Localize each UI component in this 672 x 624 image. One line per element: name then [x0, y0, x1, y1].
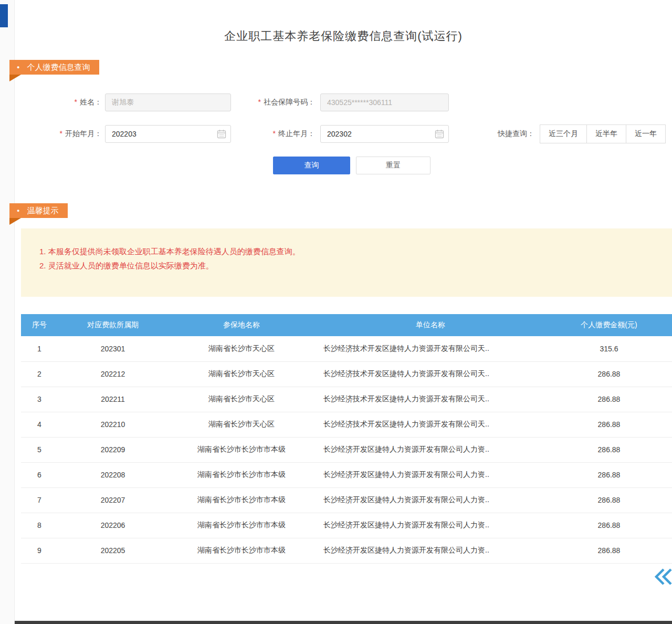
cell-company: 长沙经济开发区捷特人力资源开发有限公司人力资..: [315, 513, 546, 538]
ribbon-fold: [9, 75, 21, 81]
brand-corner-bar: [0, 4, 8, 27]
required-asterisk: *: [75, 98, 77, 106]
cell-region: 湖南省长沙市天心区: [168, 412, 315, 437]
cell-period: 202211: [58, 387, 168, 412]
name-input-wrap: [105, 93, 231, 111]
ssn-label: *社会保障号码：: [231, 98, 315, 107]
cell-company: 长沙经济技术开发区捷特人力资源开发有限公司天..: [315, 387, 546, 412]
start-month-label: *开始年月：: [15, 129, 102, 139]
cell-amount: 286.88: [546, 513, 672, 538]
form-row-period: *开始年月： *终止年月：: [15, 125, 672, 143]
payment-table: 序号 对应费款所属期 参保地名称 单位名称 个人缴费金额(元) 1 202301…: [21, 314, 672, 564]
main-panel: 企业职工基本养老保险缴费信息查询(试运行) ● 个人缴费信息查询 *姓名： *社…: [15, 0, 672, 624]
col-header-company: 单位名称: [315, 314, 546, 336]
table-row: 4 202210 湖南省长沙市天心区 长沙经济技术开发区捷特人力资源开发有限公司…: [21, 412, 672, 437]
footer-bar: [15, 621, 672, 624]
form-row-identity: *姓名： *社会保障号码：: [15, 93, 672, 111]
cell-amount: 286.88: [546, 387, 672, 412]
cell-region: 湖南省长沙市天心区: [168, 387, 315, 412]
cell-index: 6: [21, 462, 58, 487]
table-row: 6 202208 湖南省长沙市长沙市市本级 长沙经济开发区捷特人力资源开发有限公…: [21, 462, 672, 487]
quick-option-last-3-months[interactable]: 近三个月: [540, 124, 587, 143]
cell-period: 202208: [58, 462, 168, 487]
cell-period: 202206: [58, 513, 168, 538]
table-row: 7 202207 湖南省长沙市长沙市市本级 长沙经济开发区捷特人力资源开发有限公…: [21, 487, 672, 513]
notice-line: 1. 本服务仅提供尚未领取企业职工基本养老保险待遇人员的缴费信息查询。: [39, 244, 656, 258]
bullet-icon: ●: [17, 60, 19, 75]
ssn-input[interactable]: [320, 93, 449, 111]
cell-amount: 286.88: [546, 412, 672, 437]
required-asterisk: *: [60, 129, 62, 138]
quick-query-area: 快捷查询： 近三个月 近半年 近一年: [498, 124, 672, 143]
page-title: 企业职工基本养老保险缴费信息查询(试运行): [15, 28, 672, 44]
name-input[interactable]: [105, 93, 231, 111]
cell-company: 长沙经济技术开发区捷特人力资源开发有限公司天..: [315, 412, 546, 437]
table-row: 1 202301 湖南省长沙市天心区 长沙经济技术开发区捷特人力资源开发有限公司…: [21, 336, 672, 361]
ribbon-fold: [9, 218, 21, 225]
cell-company: 长沙经济技术开发区捷特人力资源开发有限公司天..: [315, 361, 546, 387]
col-header-index: 序号: [21, 314, 58, 336]
cell-period: 202209: [58, 437, 168, 462]
table-row: 5 202209 湖南省长沙市长沙市市本级 长沙经济开发区捷特人力资源开发有限公…: [21, 437, 672, 462]
section-badge-label: 个人缴费信息查询: [27, 63, 90, 72]
quick-option-last-half-year[interactable]: 近半年: [586, 124, 626, 143]
cell-company: 长沙经济技术开发区捷特人力资源开发有限公司天..: [315, 336, 546, 361]
section-badge-tips: ● 温馨提示: [9, 203, 68, 218]
cell-amount: 286.88: [546, 361, 672, 387]
cell-amount: 315.6: [546, 336, 672, 361]
section-badge-personal-query: ● 个人缴费信息查询: [9, 60, 99, 75]
double-chevron-left-icon[interactable]: [652, 567, 672, 586]
table-row: 8 202206 湖南省长沙市长沙市市本级 长沙经济开发区捷特人力资源开发有限公…: [21, 513, 672, 538]
cell-index: 4: [21, 412, 58, 437]
reset-button[interactable]: 重置: [356, 157, 430, 174]
quick-query-label: 快捷查询：: [498, 129, 534, 139]
cell-region: 湖南省长沙市长沙市市本级: [168, 538, 315, 563]
end-month-wrap: [320, 125, 449, 143]
cell-amount: 286.88: [546, 538, 672, 563]
bullet-icon: ●: [17, 203, 19, 218]
cell-index: 5: [21, 437, 58, 462]
table-row: 2 202212 湖南省长沙市天心区 长沙经济技术开发区捷特人力资源开发有限公司…: [21, 361, 672, 387]
cell-amount: 286.88: [546, 487, 672, 513]
calendar-icon[interactable]: [435, 129, 444, 139]
name-label: *姓名：: [15, 98, 102, 107]
table-row: 9 202205 湖南省长沙市长沙市市本级 长沙经济开发区捷特人力资源开发有限公…: [21, 538, 672, 563]
cell-region: 湖南省长沙市长沙市市本级: [168, 487, 315, 513]
required-asterisk: *: [273, 129, 276, 138]
end-month-label: *终止年月：: [231, 129, 315, 139]
cell-company: 长沙经济开发区捷特人力资源开发有限公司人力资..: [315, 462, 546, 487]
notice-line: 2. 灵活就业人员的缴费单位信息以实际缴费为准。: [39, 258, 656, 273]
form-actions: 查询 重置: [273, 157, 430, 174]
table-body: 1 202301 湖南省长沙市天心区 长沙经济技术开发区捷特人力资源开发有限公司…: [21, 336, 672, 563]
left-gutter: [0, 0, 15, 624]
ssn-input-wrap: [320, 93, 449, 111]
cell-index: 9: [21, 538, 58, 563]
cell-amount: 286.88: [546, 462, 672, 487]
required-asterisk: *: [258, 98, 261, 106]
cell-company: 长沙经济开发区捷特人力资源开发有限公司人力资..: [315, 487, 546, 513]
col-header-region: 参保地名称: [168, 314, 315, 336]
col-header-period: 对应费款所属期: [58, 314, 168, 336]
calendar-icon[interactable]: [217, 129, 226, 139]
cell-index: 1: [21, 336, 58, 361]
cell-company: 长沙经济开发区捷特人力资源开发有限公司人力资..: [315, 437, 546, 462]
start-month-wrap: [105, 125, 231, 143]
section-badge-label: 温馨提示: [27, 206, 58, 216]
cell-amount: 286.88: [546, 437, 672, 462]
table-header: 序号 对应费款所属期 参保地名称 单位名称 个人缴费金额(元): [21, 314, 672, 336]
cell-period: 202301: [58, 336, 168, 361]
cell-period: 202205: [58, 538, 168, 563]
start-month-input[interactable]: [105, 125, 231, 143]
end-month-input[interactable]: [320, 125, 449, 143]
col-header-amount: 个人缴费金额(元): [546, 314, 672, 336]
quick-option-last-year[interactable]: 近一年: [626, 124, 666, 143]
table-row: 3 202211 湖南省长沙市天心区 长沙经济技术开发区捷特人力资源开发有限公司…: [21, 387, 672, 412]
cell-region: 湖南省长沙市长沙市市本级: [168, 513, 315, 538]
query-button[interactable]: 查询: [273, 157, 350, 174]
cell-index: 3: [21, 387, 58, 412]
cell-company: 长沙经济开发区捷特人力资源开发有限公司人力资..: [315, 538, 546, 563]
cell-period: 202207: [58, 487, 168, 513]
cell-region: 湖南省长沙市天心区: [168, 336, 315, 361]
cell-region: 湖南省长沙市天心区: [168, 361, 315, 387]
cell-period: 202212: [58, 361, 168, 387]
